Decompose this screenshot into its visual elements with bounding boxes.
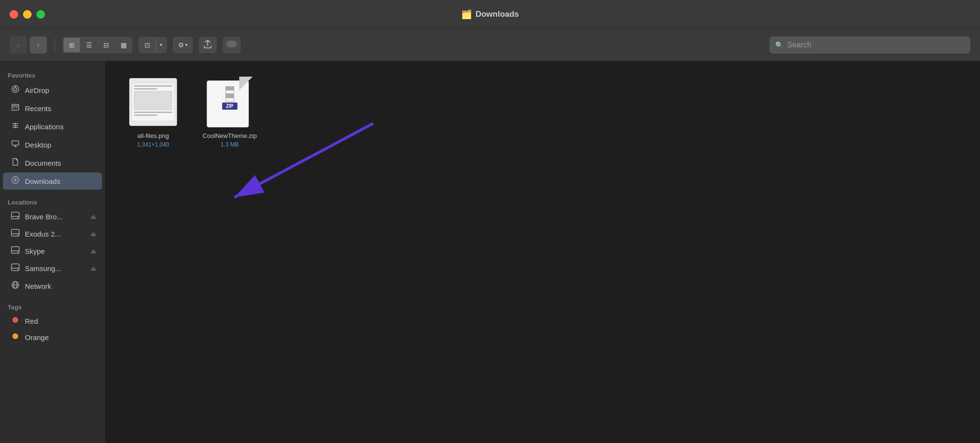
exodus-drive-icon — [11, 229, 20, 239]
action-button[interactable]: ⚙ ▾ — [173, 37, 193, 53]
locations-section-label: Locations — [0, 194, 105, 208]
back-icon: ‹ — [17, 41, 19, 49]
gallery-view-group: ⊡ ▾ — [138, 37, 167, 53]
red-label: Red — [25, 317, 96, 325]
brave-drive-icon — [11, 212, 20, 221]
sidebar-item-orange[interactable]: Orange — [3, 329, 102, 345]
sidebar-item-desktop[interactable]: Desktop — [3, 136, 102, 153]
svg-rect-0 — [226, 41, 237, 47]
minimize-button[interactable] — [23, 10, 32, 19]
gallery-dropdown-button[interactable]: ▾ — [156, 38, 166, 52]
share-icon — [204, 40, 212, 50]
documents-label: Documents — [25, 159, 96, 167]
zip-label: ZIP — [222, 102, 237, 110]
exodus-label: Exodus 2... — [25, 230, 86, 238]
zip-icon-container: ZIP — [203, 76, 256, 128]
share-button[interactable] — [199, 37, 217, 53]
applications-icon — [11, 121, 20, 132]
window-title: 🗂️ Downloads — [461, 9, 519, 20]
brave-eject-icon[interactable]: ⏏ — [90, 213, 96, 220]
png-preview — [132, 83, 175, 121]
file-item-png[interactable]: all-files.png 1,341×1,040 — [120, 76, 187, 148]
recents-icon — [11, 103, 20, 114]
network-icon — [11, 281, 20, 291]
sidebar-item-brave[interactable]: Brave Bro... ⏏ — [3, 208, 102, 225]
titlebar: 🗂️ Downloads — [0, 0, 980, 29]
zip-file-icon: ZIP — [207, 77, 253, 127]
svg-point-31 — [12, 333, 18, 339]
documents-icon — [11, 158, 20, 168]
back-button[interactable]: ‹ — [10, 36, 27, 54]
divider-1 — [55, 38, 55, 52]
search-input[interactable] — [787, 41, 965, 49]
svg-point-2 — [14, 88, 17, 91]
close-button[interactable] — [10, 10, 18, 19]
red-tag-icon — [11, 317, 20, 325]
exodus-eject-icon[interactable]: ⏏ — [90, 230, 96, 238]
view-icon-button[interactable]: ⊞ — [64, 38, 80, 52]
window-controls — [10, 10, 45, 19]
maximize-button[interactable] — [36, 10, 45, 19]
toolbar: ‹ › ⊞ ☰ ⊟ ▦ ⊡ ▾ ⚙ ▾ — [0, 29, 980, 61]
sidebar-item-red[interactable]: Red — [3, 313, 102, 329]
main-content: Favorites AirDrop Recents — [0, 61, 980, 443]
view-list-button[interactable]: ☰ — [81, 38, 97, 52]
tags-button[interactable] — [223, 37, 241, 53]
preview-block — [134, 91, 172, 110]
sidebar-item-downloads[interactable]: Downloads — [3, 172, 102, 190]
network-label: Network — [25, 282, 96, 290]
action-dropdown-arrow: ▾ — [185, 42, 188, 47]
png-icon-container — [127, 76, 179, 128]
nav-buttons: ‹ › — [10, 36, 47, 54]
preview-line-1 — [134, 85, 172, 87]
zip-stripe-2 — [225, 90, 234, 94]
zip-file-meta: 1.3 MB — [221, 141, 239, 148]
zip-stripe-1 — [225, 86, 234, 90]
skype-eject-icon[interactable]: ⏏ — [90, 248, 96, 255]
desktop-label: Desktop — [25, 141, 96, 149]
forward-button[interactable]: › — [30, 36, 47, 54]
svg-point-17 — [17, 217, 18, 218]
file-item-zip[interactable]: ZIP CoolNewTheme.zip 1.3 MB — [196, 76, 263, 148]
sidebar-item-airdrop[interactable]: AirDrop — [3, 81, 102, 99]
search-icon: 🔍 — [775, 41, 783, 49]
view-gallery-button[interactable]: ▦ — [115, 38, 132, 52]
columns-icon: ⊟ — [103, 41, 109, 49]
view-column-button[interactable]: ⊟ — [98, 38, 114, 52]
gear-icon: ⚙ — [178, 41, 184, 49]
list-icon: ☰ — [86, 41, 92, 49]
sidebar-item-samsung[interactable]: Samsung... ⏏ — [3, 260, 102, 276]
samsung-drive-icon — [11, 263, 20, 273]
sidebar-item-applications[interactable]: Applications — [3, 118, 102, 135]
applications-label: Applications — [25, 123, 96, 131]
sidebar-item-documents[interactable]: Documents — [3, 154, 102, 171]
downloads-icon — [11, 176, 20, 186]
preview-line-2 — [134, 88, 157, 90]
sidebar-item-skype[interactable]: Skype ⏏ — [3, 243, 102, 259]
zip-corner — [239, 77, 253, 90]
zip-stripe-container: ZIP — [222, 86, 237, 110]
preview-line-4 — [134, 114, 157, 116]
samsung-eject-icon[interactable]: ⏏ — [90, 265, 96, 272]
grid-icon: ⊞ — [69, 41, 75, 49]
sidebar-item-recents[interactable]: Recents — [3, 100, 102, 117]
orange-label: Orange — [25, 333, 96, 341]
svg-point-26 — [17, 269, 18, 270]
favorites-section-label: Favorites — [0, 67, 105, 81]
png-file-name: all-files.png — [137, 132, 169, 140]
gallery-icon: ▦ — [121, 41, 127, 49]
png-file-meta: 1,341×1,040 — [137, 141, 169, 148]
airdrop-label: AirDrop — [25, 86, 96, 94]
zip-stripe-3 — [225, 94, 234, 98]
samsung-label: Samsung... — [25, 264, 86, 273]
zip-stripe-4 — [225, 98, 234, 102]
gallery-view-alt-button[interactable]: ⊡ — [139, 38, 156, 52]
recents-label: Recents — [25, 104, 96, 113]
zip-corner-fold — [239, 77, 253, 90]
svg-rect-6 — [16, 107, 17, 108]
sidebar-item-network[interactable]: Network — [3, 277, 102, 295]
brave-label: Brave Bro... — [25, 213, 86, 221]
orange-tag-icon — [11, 333, 20, 341]
sidebar-item-exodus[interactable]: Exodus 2... ⏏ — [3, 226, 102, 242]
svg-point-23 — [17, 252, 18, 253]
